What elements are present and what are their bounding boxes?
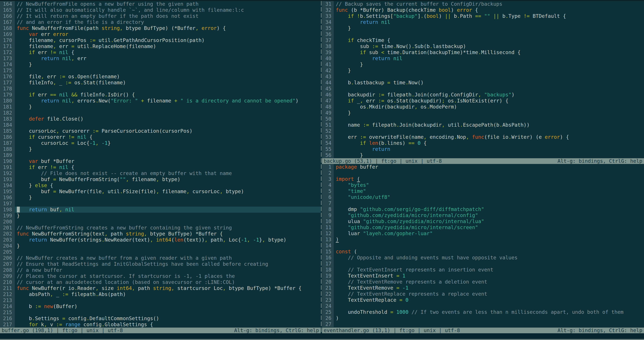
code-line[interactable]: 40 return nil bbox=[322, 55, 644, 62]
editor-pane-backup-go[interactable]: 31// Backup saves the current buffer to … bbox=[322, 1, 644, 158]
code-line[interactable]: 16 // Opposite and undoing events must h… bbox=[322, 255, 644, 261]
code-line[interactable]: 204} bbox=[0, 243, 321, 249]
code-line[interactable]: 173 return nil, err bbox=[0, 55, 321, 62]
code-line[interactable]: 202func NewBufferFromString(text, path s… bbox=[0, 231, 321, 237]
code-line[interactable]: 193 buf = NewBufferFromString("", filena… bbox=[0, 176, 321, 183]
code-line[interactable]: 178 bbox=[0, 86, 321, 92]
code-line[interactable]: 195 buf = NewBuffer(file, util.FSize(fil… bbox=[0, 189, 321, 195]
code-line[interactable]: 196 } bbox=[0, 195, 321, 201]
code-line[interactable]: 165// It will also automatically handle … bbox=[0, 7, 321, 13]
code-line[interactable]: 201// NewBufferFromString creates a new … bbox=[0, 225, 321, 231]
code-line[interactable]: 208// a new buffer bbox=[0, 267, 321, 273]
code-line[interactable]: 54 if len(b.lines) == 0 { bbox=[322, 140, 644, 146]
command-line[interactable] bbox=[0, 333, 644, 339]
code-line[interactable]: 44 b.lastbackup = time.Now() bbox=[322, 80, 644, 86]
code-line[interactable]: 217 for k, v := range config.GlobalSetti… bbox=[0, 321, 321, 327]
code-line[interactable]: 185 cursorLoc, cursorerr := ParseCursorL… bbox=[0, 128, 321, 134]
code-line[interactable]: 9 "github.com/zyedidia/micro/internal/co… bbox=[322, 212, 644, 218]
code-line[interactable]: 168func NewBufferFromFile(path string, b… bbox=[0, 25, 321, 31]
code-line[interactable]: 46 backupdir := filepath.Join(config.Con… bbox=[322, 92, 644, 98]
editor-pane-eventhandler-go[interactable]: 1package buffer23import (4 "bytes"5 "tim… bbox=[322, 164, 644, 327]
code-line[interactable]: 56 } bbox=[322, 152, 644, 158]
code-line[interactable]: 199} bbox=[0, 213, 321, 219]
code-line[interactable]: 211func NewBuffer(r io.Reader, size int6… bbox=[0, 285, 321, 291]
code-line[interactable]: 21 TextEventRemove = -1 bbox=[322, 285, 644, 291]
code-line[interactable]: 6 "unicode/utf8" bbox=[322, 194, 644, 200]
code-line[interactable]: 39 if sub < time.Duration(backupTime)*ti… bbox=[322, 49, 644, 55]
code-line[interactable]: 210// cursor at an autodetected location… bbox=[0, 279, 321, 285]
code-line[interactable]: 42 } bbox=[322, 68, 644, 74]
code-line[interactable]: 11 "github.com/zyedidia/micro/internal/s… bbox=[322, 224, 644, 231]
code-line[interactable]: 36 bbox=[322, 31, 644, 37]
code-line[interactable]: 8 dmp "github.com/sergi/go-diff/diffmatc… bbox=[322, 206, 644, 212]
code-line[interactable]: 33 if !b.Settings["backup"].(bool) || b.… bbox=[322, 13, 644, 19]
code-line[interactable]: 34 return nil bbox=[322, 19, 644, 25]
code-line[interactable]: 170 filename, cursorPos := util.GetPathA… bbox=[0, 37, 321, 43]
code-line[interactable]: 55 return bbox=[322, 146, 644, 152]
code-line[interactable]: 203 return NewBuffer(strings.NewReader(t… bbox=[0, 237, 321, 243]
code-line[interactable]: 35 } bbox=[322, 25, 644, 31]
code-line[interactable]: 5 "time" bbox=[322, 188, 644, 194]
code-line[interactable]: 189 bbox=[0, 152, 321, 158]
code-line[interactable]: 214 b := new(Buffer) bbox=[0, 303, 321, 309]
code-line[interactable]: 216 b.Settings = config.DefaultCommonSet… bbox=[0, 315, 321, 321]
code-line[interactable]: 10 ulua "github.com/zyedidia/micro/inter… bbox=[322, 218, 644, 224]
code-line[interactable]: 14 bbox=[322, 243, 644, 249]
code-line[interactable]: 48 os.Mkdir(backupdir, os.ModePerm) bbox=[322, 104, 644, 110]
code-line[interactable]: 207// Ensure that ReadSettings and InitG… bbox=[0, 261, 321, 267]
code-line[interactable]: 27 bbox=[322, 321, 644, 327]
code-line[interactable]: 213 bbox=[0, 297, 321, 303]
code-line[interactable]: 38 sub := time.Now().Sub(b.lastbackup) bbox=[322, 43, 644, 49]
code-line[interactable]: 32func (b *Buffer) Backup(checkTime bool… bbox=[322, 7, 644, 13]
code-line[interactable]: 19 TextEventInsert = 1 bbox=[322, 273, 644, 279]
code-line[interactable]: 164// NewBufferFromFile opens a new buff… bbox=[0, 1, 321, 7]
code-line[interactable]: 23 TextEventReplace = 0 bbox=[322, 297, 644, 303]
code-line[interactable]: 13) bbox=[322, 237, 644, 243]
code-line[interactable]: 182 bbox=[0, 110, 321, 116]
code-line[interactable]: 37 if checkTime { bbox=[322, 37, 644, 43]
code-line[interactable]: 184 bbox=[0, 122, 321, 128]
code-line[interactable]: 24 bbox=[322, 303, 644, 309]
code-line[interactable]: 17 bbox=[322, 261, 644, 267]
code-line[interactable]: 176 file, err := os.Open(filename) bbox=[0, 74, 321, 80]
code-line[interactable]: 45 bbox=[322, 86, 644, 92]
code-line[interactable]: 47 if _, err := os.Stat(backupdir); os.I… bbox=[322, 98, 644, 104]
code-line[interactable]: 7 bbox=[322, 200, 644, 206]
code-line[interactable]: 205 bbox=[0, 249, 321, 255]
code-line[interactable]: 180 return nil, errors.New("Error: " + f… bbox=[0, 98, 321, 104]
code-line[interactable]: 12 luar "layeh.com/gopher-luar" bbox=[322, 231, 644, 237]
code-line[interactable]: 183 defer file.Close() bbox=[0, 116, 321, 122]
code-line[interactable]: 52 bbox=[322, 128, 644, 134]
code-line[interactable]: 169 var err error bbox=[0, 31, 321, 37]
code-line[interactable]: 177 fileInfo, _ := os.Stat(filename) bbox=[0, 80, 321, 86]
code-line[interactable]: 171 filename, err = util.ReplaceHome(fil… bbox=[0, 43, 321, 49]
editor-pane-buffer-go[interactable]: 164// NewBufferFromFile opens a new buff… bbox=[0, 1, 321, 327]
code-line[interactable]: 26) bbox=[322, 315, 644, 321]
code-line[interactable]: 20 // TextEventRemove represents a delet… bbox=[322, 279, 644, 285]
code-line[interactable]: 209// Places the cursor at startcursor. … bbox=[0, 273, 321, 279]
code-line[interactable]: 4 "bytes" bbox=[322, 182, 644, 188]
code-line[interactable]: 186 if cursorerr != nil { bbox=[0, 134, 321, 140]
code-line[interactable]: 53 err := overwriteFile(name, encoding.N… bbox=[322, 134, 644, 140]
code-line[interactable]: 192 // File does not exist -- create an … bbox=[0, 170, 321, 176]
code-line[interactable]: 43 bbox=[322, 74, 644, 80]
code-line[interactable]: 51 name := filepath.Join(backupdir, util… bbox=[322, 122, 644, 128]
code-line[interactable]: 181 } bbox=[0, 104, 321, 110]
code-line[interactable]: 198 return buf, nil bbox=[0, 207, 321, 213]
code-line[interactable]: 18 // TextEventInsert represents an inse… bbox=[322, 267, 644, 273]
code-line[interactable]: 25 undoThreshold = 1000 // If two events… bbox=[322, 309, 644, 315]
code-line[interactable]: 41 } bbox=[322, 62, 644, 68]
code-line[interactable]: 1package buffer bbox=[322, 164, 644, 170]
code-line[interactable]: 191 if err != nil { bbox=[0, 164, 321, 170]
code-line[interactable]: 179 if err == nil && fileInfo.IsDir() { bbox=[0, 92, 321, 98]
code-line[interactable]: 187 cursorLoc = Loc{-1, -1} bbox=[0, 140, 321, 146]
code-line[interactable]: 175 bbox=[0, 68, 321, 74]
code-line[interactable]: 194 } else { bbox=[0, 183, 321, 189]
code-line[interactable]: 166// It will return an empty buffer if … bbox=[0, 13, 321, 19]
code-line[interactable]: 212 absPath, _ := filepath.Abs(path) bbox=[0, 291, 321, 297]
code-line[interactable]: 190 var buf *Buffer bbox=[0, 158, 321, 164]
code-line[interactable]: 31// Backup saves the current buffer to … bbox=[322, 1, 644, 7]
code-line[interactable]: 167// and an error if the file is a dire… bbox=[0, 19, 321, 25]
code-line[interactable]: 174 } bbox=[0, 62, 321, 68]
code-line[interactable]: 2 bbox=[322, 170, 644, 176]
